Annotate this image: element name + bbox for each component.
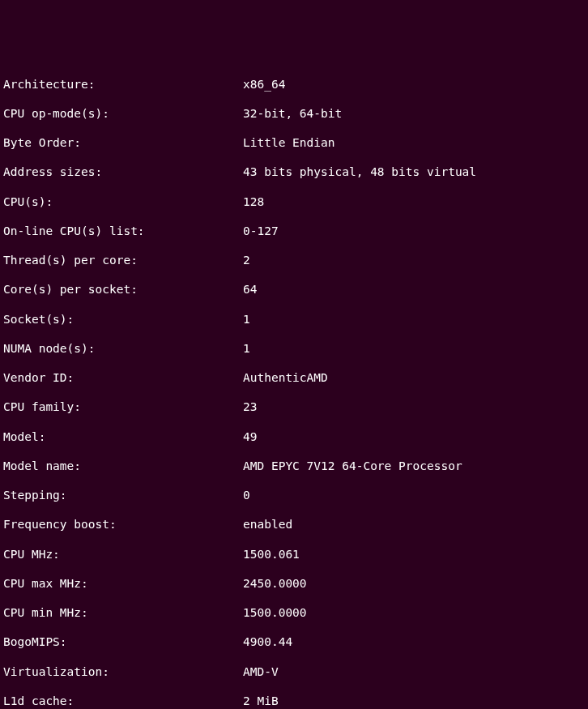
value-online-cpus: 0-127 bbox=[243, 224, 585, 238]
row-byte-order: Byte Order:Little Endian bbox=[3, 135, 588, 150]
label-online-cpus: On-line CPU(s) list: bbox=[3, 224, 243, 238]
row-address-sizes: Address sizes:43 bits physical, 48 bits … bbox=[3, 164, 588, 179]
label-architecture: Architecture: bbox=[3, 77, 243, 92]
row-architecture: Architecture:x86_64 bbox=[3, 77, 588, 92]
row-numa-nodes: NUMA node(s):1 bbox=[3, 341, 588, 356]
label-frequency-boost: Frequency boost: bbox=[3, 517, 243, 532]
label-l1d-cache: L1d cache: bbox=[3, 694, 243, 708]
row-cores-per-socket: Core(s) per socket:64 bbox=[3, 282, 588, 297]
value-stepping: 0 bbox=[243, 488, 585, 502]
value-sockets: 1 bbox=[243, 312, 585, 327]
value-frequency-boost: enabled bbox=[243, 517, 585, 532]
label-cpus: CPU(s): bbox=[3, 194, 243, 209]
value-architecture: x86_64 bbox=[243, 77, 585, 92]
value-address-sizes: 43 bits physical, 48 bits virtual bbox=[243, 164, 585, 179]
row-model: Model:49 bbox=[3, 429, 588, 444]
row-model-name: Model name:AMD EPYC 7V12 64-Core Process… bbox=[3, 459, 588, 473]
label-threads-per-core: Thread(s) per core: bbox=[3, 253, 243, 267]
value-bogomips: 4900.44 bbox=[243, 634, 585, 649]
label-stepping: Stepping: bbox=[3, 488, 243, 502]
label-byte-order: Byte Order: bbox=[3, 135, 243, 150]
row-cpu-op-modes: CPU op-mode(s):32-bit, 64-bit bbox=[3, 106, 588, 121]
row-cpu-family: CPU family:23 bbox=[3, 399, 588, 414]
label-cpu-mhz: CPU MHz: bbox=[3, 547, 243, 562]
value-cpu-max-mhz: 2450.0000 bbox=[243, 576, 585, 591]
value-model: 49 bbox=[243, 429, 585, 444]
row-stepping: Stepping:0 bbox=[3, 488, 588, 502]
value-byte-order: Little Endian bbox=[243, 135, 585, 150]
row-cpu-min-mhz: CPU min MHz:1500.0000 bbox=[3, 605, 588, 620]
value-model-name: AMD EPYC 7V12 64-Core Processor bbox=[243, 459, 585, 473]
row-l1d-cache: L1d cache:2 MiB bbox=[3, 694, 588, 708]
value-cores-per-socket: 64 bbox=[243, 282, 585, 297]
label-model-name: Model name: bbox=[3, 459, 243, 473]
row-sockets: Socket(s):1 bbox=[3, 312, 588, 327]
row-cpu-max-mhz: CPU max MHz:2450.0000 bbox=[3, 576, 588, 591]
row-online-cpus: On-line CPU(s) list:0-127 bbox=[3, 224, 588, 238]
label-address-sizes: Address sizes: bbox=[3, 164, 243, 179]
label-sockets: Socket(s): bbox=[3, 312, 243, 327]
value-cpu-min-mhz: 1500.0000 bbox=[243, 605, 585, 620]
value-virtualization: AMD-V bbox=[243, 664, 585, 679]
label-cpu-op-modes: CPU op-mode(s): bbox=[3, 106, 243, 121]
value-cpu-family: 23 bbox=[243, 399, 585, 414]
label-cores-per-socket: Core(s) per socket: bbox=[3, 282, 243, 297]
label-numa-nodes: NUMA node(s): bbox=[3, 341, 243, 356]
row-virtualization: Virtualization:AMD-V bbox=[3, 664, 588, 679]
label-bogomips: BogoMIPS: bbox=[3, 634, 243, 649]
label-cpu-min-mhz: CPU min MHz: bbox=[3, 605, 243, 620]
value-cpus: 128 bbox=[243, 194, 585, 209]
row-threads-per-core: Thread(s) per core:2 bbox=[3, 253, 588, 267]
label-cpu-max-mhz: CPU max MHz: bbox=[3, 576, 243, 591]
value-l1d-cache: 2 MiB bbox=[243, 694, 585, 708]
value-cpu-mhz: 1500.061 bbox=[243, 547, 585, 562]
row-bogomips: BogoMIPS:4900.44 bbox=[3, 634, 588, 649]
row-vendor-id: Vendor ID:AuthenticAMD bbox=[3, 370, 588, 385]
label-cpu-family: CPU family: bbox=[3, 399, 243, 414]
value-cpu-op-modes: 32-bit, 64-bit bbox=[243, 106, 585, 121]
label-vendor-id: Vendor ID: bbox=[3, 370, 243, 385]
value-vendor-id: AuthenticAMD bbox=[243, 370, 585, 385]
row-frequency-boost: Frequency boost:enabled bbox=[3, 517, 588, 532]
label-model: Model: bbox=[3, 429, 243, 444]
value-threads-per-core: 2 bbox=[243, 253, 585, 267]
terminal-output: Architecture:x86_64 CPU op-mode(s):32-bi… bbox=[3, 62, 588, 710]
value-numa-nodes: 1 bbox=[243, 341, 585, 356]
row-cpu-mhz: CPU MHz:1500.061 bbox=[3, 547, 588, 562]
row-cpus: CPU(s):128 bbox=[3, 194, 588, 209]
label-virtualization: Virtualization: bbox=[3, 664, 243, 679]
